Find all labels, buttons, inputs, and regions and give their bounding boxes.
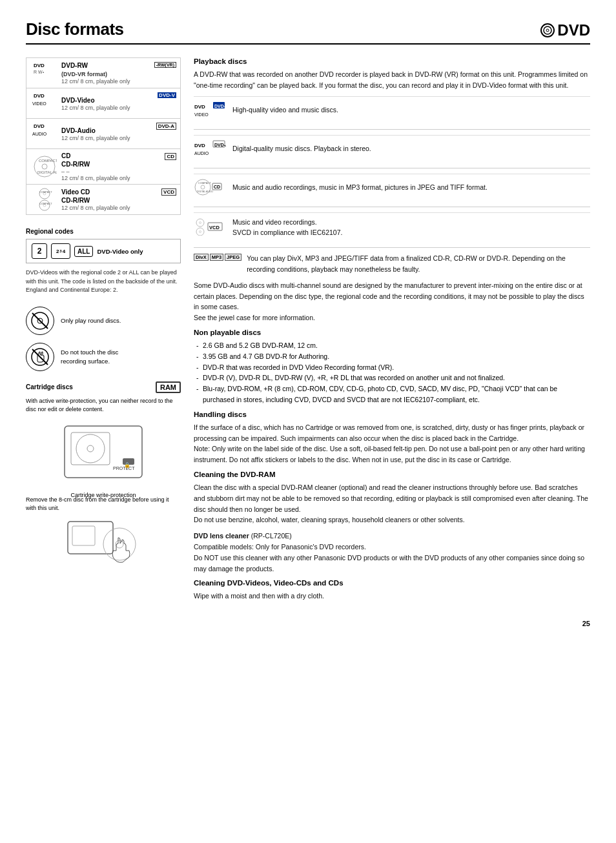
dvdvideo-name: DVD-Video — [61, 96, 158, 105]
svg-text:DVD: DVD — [34, 63, 45, 68]
hq-row: DVD VIDEO DVD-V High-quality video and m… — [194, 96, 590, 124]
disc-row-cd: COMPACT DIGITAL AUDIO CDCD-R/RW – –12 cm… — [26, 149, 180, 185]
svg-text:DVD: DVD — [194, 104, 205, 110]
svg-rect-25 — [71, 432, 110, 465]
video-text: Music and video recordings. SVCD in comp… — [232, 217, 342, 239]
vcd-info: Video CDCD-R/RW 12 cm/ 8 cm, playable on… — [59, 188, 161, 211]
jpeg-badge: JPEG — [225, 254, 241, 261]
vcd-badge: VCD — [161, 188, 176, 196]
cd-icon: COMPACT DIGITAL AUDIO — [30, 154, 59, 179]
dvdaudio-icon: DVD AUDIO — [30, 121, 59, 146]
round-disc-item: Only play round discs. — [26, 307, 181, 335]
region-label: DVD-Video only — [97, 248, 143, 255]
list-item: DVD-R that was recorded in DVD Video Rec… — [194, 362, 590, 373]
disc-formats-table: DVD R W ▪ DVD-RW(DVD-VR format) 12 cm/ 8… — [26, 57, 181, 215]
handling-text: If the surface of a disc, which has no C… — [194, 422, 590, 465]
svg-line-21 — [32, 313, 48, 329]
svg-point-51 — [196, 228, 204, 236]
dvd-logo: DVD — [540, 21, 590, 39]
dvdaudio-size: 12 cm/ 8 cm, playable only — [61, 135, 156, 141]
dvdaudio-badge: DVD-A — [156, 123, 176, 130]
non-playable-list: 2.6 GB and 5.2 GB DVD-RAM, 12 cm. 3.95 G… — [194, 340, 590, 405]
regional-text: DVD-Videos with the regional code 2 or A… — [26, 269, 181, 295]
mp3-badge: MP3 — [210, 254, 223, 261]
ram-badge: RAM — [156, 381, 181, 393]
divx-badges: DivX MP3 JPEG — [194, 254, 241, 261]
dvdrw-name: DVD-RW(DVD-VR format) — [61, 61, 154, 79]
list-item: 2.6 GB and 5.2 GB DVD-RAM, 12 cm. — [194, 340, 590, 351]
svg-text:COMPACT: COMPACT — [39, 190, 52, 194]
page-header: Disc formats DVD — [26, 19, 590, 45]
cd-badge: CD — [165, 153, 176, 160]
hq-text: High-quality video and music discs. — [232, 105, 338, 116]
region-badge-2: 2 — [32, 243, 47, 259]
main-content: DVD R W ▪ DVD-RW(DVD-VR format) 12 cm/ 8… — [26, 57, 590, 607]
disc-removal-image — [65, 518, 142, 570]
divx-block: DivX MP3 JPEG You can play DivX, MP3 and… — [194, 253, 590, 275]
vcd-badge-icon: VCD — [194, 218, 226, 237]
cd-info: CDCD-R/RW – –12 cm/ 8 cm, playable only — [59, 152, 165, 181]
dvd-logo-circle — [540, 23, 555, 37]
svg-point-1 — [546, 29, 549, 32]
divx-text: You can play DivX, MP3 and JPEG/TIFF dat… — [247, 253, 590, 275]
vcd-name: Video CDCD-R/RW — [61, 188, 161, 205]
svg-text:VIDEO: VIDEO — [32, 101, 46, 106]
cleaning-videos-title: Cleaning DVD-Videos, Video-CDs and CDs — [194, 579, 590, 587]
divx-badge: DivX — [194, 254, 209, 261]
svg-point-50 — [200, 222, 201, 224]
svg-text:DVD: DVD — [34, 93, 45, 99]
dvd-logo-text: DVD — [557, 21, 590, 39]
round-disc-icon — [26, 307, 54, 335]
dvdvideo-icon: DVD VIDEO — [30, 91, 59, 116]
svg-point-44 — [201, 185, 205, 189]
svg-text:▪: ▪ — [43, 70, 44, 74]
svg-text:DVD: DVD — [34, 123, 45, 129]
regional-box: 2 234 ALL DVD-Video only — [26, 239, 181, 263]
svg-point-10 — [42, 164, 47, 169]
cartridge-text: With active write-protection, you can ne… — [26, 397, 181, 414]
vcd-icon: COMPACT COMPACT — [30, 187, 59, 212]
vcd-size: 12 cm/ 8 cm, playable only — [61, 205, 161, 211]
svg-text:DIGITAL AUDIO: DIGITAL AUDIO — [197, 190, 213, 193]
svg-text:COMPACT: COMPACT — [198, 181, 211, 185]
cartridge-section: Cartridge discs RAM With active write-pr… — [26, 381, 181, 570]
dvdrw-size: 12 cm/ 8 cm, playable only — [61, 78, 154, 85]
cleaning-dvdram-text: Clean the disc with a special DVD-RAM cl… — [194, 482, 590, 525]
svg-point-33 — [103, 528, 136, 560]
vcd-row: VCD Music and video recordings. SVCD in … — [194, 212, 590, 243]
right-column: Playback discs A DVD-RW that was recorde… — [194, 57, 590, 607]
music-row: COMPACT DIGITAL AUDIO CD Music and audio… — [194, 174, 590, 201]
playback-text1: A DVD-RW that was recorded on another DV… — [194, 69, 590, 91]
non-playable-title: Non playable discs — [194, 329, 590, 336]
svg-text:DVD: DVD — [194, 143, 205, 148]
no-touch-text: Do not touch the discrecording surface. — [61, 348, 118, 365]
region-badge-all: ALL — [74, 246, 93, 257]
cleaning-dvdram-title: Cleaning the DVD-RAM — [194, 471, 590, 478]
handling-section: Handling discs If the surface of a disc,… — [194, 411, 590, 465]
non-playable-section: Non playable discs 2.6 GB and 5.2 GB DVD… — [194, 329, 590, 405]
dvdvideo-size: 12 cm/ 8 cm, playable only — [61, 105, 158, 111]
disc-row-dvdaudio: DVD AUDIO DVD-Audio 12 cm/ 8 cm, playabl… — [26, 119, 180, 149]
svg-text:🔒: 🔒 — [124, 462, 130, 468]
dvdrw-icon: DVD R W ▪ — [30, 61, 59, 85]
dvdvideo-badge: DVD-V — [158, 92, 176, 98]
dvd-lens-title: DVD lens cleaner — [194, 532, 249, 540]
page-title: Disc formats — [26, 19, 124, 39]
list-item: DVD-R (V), DVD-R DL, DVD-RW (V), +R, +R … — [194, 372, 590, 383]
svg-text:AUDIO: AUDIO — [194, 151, 209, 156]
dq-text: Digital-quality music discs. Playback in… — [232, 143, 371, 154]
disc-row-vcd: COMPACT COMPACT Video CDCD-R/RW 12 cm/ 8… — [26, 185, 180, 214]
handling-title: Handling discs — [194, 411, 590, 418]
dvd-lens-sub: (RP-CL720E) — [251, 532, 292, 540]
page-number: 25 — [26, 620, 590, 627]
dvd-video-badge-icon: DVD VIDEO DVD-V — [194, 101, 226, 120]
cleaning-dvdram-section: Cleaning the DVD-RAM Clean the disc with… — [194, 471, 590, 525]
cd-size: – –12 cm/ 8 cm, playable only — [61, 168, 165, 181]
round-disc-text: Only play round discs. — [61, 316, 121, 325]
dvd-lens-body: Compatible models: Only for Panasonic's … — [194, 543, 584, 573]
svg-text:COMPACT: COMPACT — [39, 159, 57, 163]
dvdaudio-note: Some DVD-Audio discs with multi-channel … — [194, 280, 590, 323]
dvdrw-info: DVD-RW(DVD-VR format) 12 cm/ 8 cm, playa… — [59, 61, 154, 85]
playback-section: Playback discs A DVD-RW that was recorde… — [194, 57, 590, 323]
dvdrw-sub: (DVD-VR format) — [61, 71, 107, 77]
